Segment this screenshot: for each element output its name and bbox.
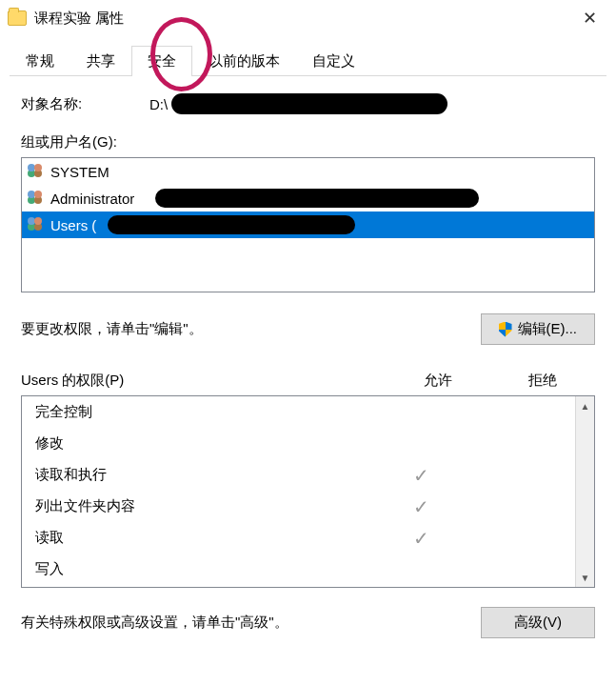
- users-icon: [28, 164, 45, 179]
- allow-check-icon: ✓: [369, 527, 472, 550]
- object-name-row: 对象名称: D:\: [21, 93, 595, 114]
- advanced-button-label: 高级(V): [514, 614, 562, 632]
- permission-name: 列出文件夹内容: [35, 497, 369, 515]
- object-path-prefix: D:\: [149, 96, 168, 112]
- security-panel: 对象名称: D:\ 组或用户名(G): SYSTEM Administrator…: [0, 76, 616, 648]
- redacted-text: [108, 215, 355, 234]
- advanced-hint: 有关特殊权限或高级设置，请单击"高级"。: [21, 614, 471, 632]
- permission-name: 写入: [35, 560, 369, 578]
- principal-name: Users (: [50, 217, 96, 233]
- shield-icon: [499, 322, 512, 337]
- tab-sharing[interactable]: 共享: [70, 46, 131, 76]
- redacted-object-path: [171, 93, 447, 114]
- permission-name: 修改: [35, 434, 369, 453]
- scroll-down-icon[interactable]: ▼: [576, 568, 594, 587]
- scrollbar[interactable]: ▲ ▼: [575, 396, 594, 587]
- tab-general[interactable]: 常规: [10, 46, 70, 76]
- allow-check-icon: ✓: [369, 495, 472, 518]
- list-item[interactable]: Administrator: [22, 185, 594, 212]
- users-icon: [28, 191, 45, 206]
- window-title: 课程实验 属性: [34, 10, 124, 28]
- groups-label: 组或用户名(G):: [21, 133, 595, 151]
- permission-row: 修改: [22, 428, 575, 459]
- principals-listbox[interactable]: SYSTEM Administrator Users (: [21, 157, 595, 292]
- advanced-button[interactable]: 高级(V): [481, 607, 595, 638]
- permission-row: 读取✓: [22, 522, 575, 554]
- tab-customize[interactable]: 自定义: [296, 46, 371, 76]
- permissions-header: Users 的权限(P) 允许 拒绝: [21, 372, 595, 390]
- users-icon: [28, 217, 45, 232]
- principal-name: Administrator: [50, 191, 134, 207]
- permission-row: 读取和执行✓: [22, 459, 575, 491]
- permissions-listbox: 完全控制修改读取和执行✓列出文件夹内容✓读取✓写入 ▲ ▼: [21, 395, 595, 588]
- redacted-text: [155, 189, 479, 208]
- close-icon[interactable]: ✕: [570, 4, 608, 32]
- object-name-label: 对象名称:: [21, 95, 149, 113]
- permission-row: 完全控制: [22, 396, 575, 428]
- allow-check-icon: ✓: [369, 464, 472, 487]
- tab-security[interactable]: 安全: [131, 46, 192, 76]
- scroll-up-icon[interactable]: ▲: [576, 396, 594, 415]
- principal-name: SYSTEM: [50, 164, 109, 180]
- permission-row: 写入: [22, 554, 575, 585]
- permission-row: 列出文件夹内容✓: [22, 491, 575, 522]
- scroll-track[interactable]: [576, 415, 594, 568]
- edit-button-label: 编辑(E)...: [518, 320, 578, 338]
- edit-button[interactable]: 编辑(E)...: [481, 313, 596, 345]
- list-item[interactable]: SYSTEM: [22, 158, 594, 185]
- titlebar: 课程实验 属性 ✕: [0, 0, 616, 36]
- permission-name: 完全控制: [35, 403, 369, 421]
- permission-name: 读取: [35, 529, 369, 547]
- tab-strip: 常规 共享 安全 以前的版本 自定义: [0, 36, 616, 76]
- permission-name: 读取和执行: [35, 466, 369, 484]
- deny-column-header: 拒绝: [490, 372, 595, 390]
- list-item[interactable]: Users (: [22, 212, 594, 238]
- tab-previous-versions[interactable]: 以前的版本: [192, 46, 296, 76]
- allow-column-header: 允许: [386, 372, 490, 390]
- folder-icon: [8, 10, 27, 26]
- edit-hint: 要更改权限，请单击"编辑"。: [21, 320, 471, 338]
- permissions-for-label: Users 的权限(P): [21, 372, 386, 390]
